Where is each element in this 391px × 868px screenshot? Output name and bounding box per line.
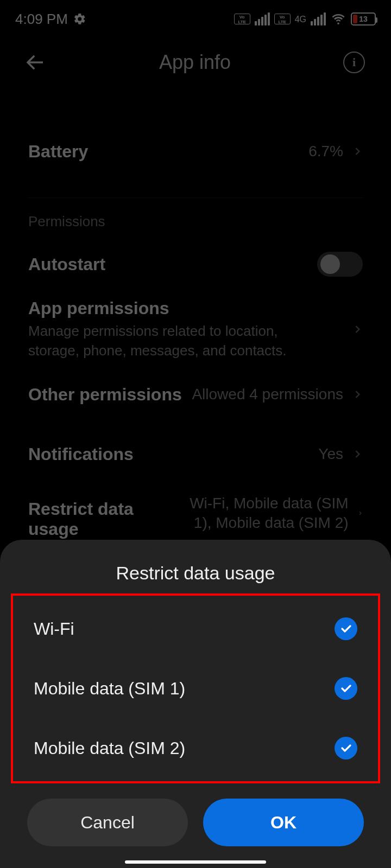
volte-icon-2: VoLTE	[274, 14, 291, 24]
checkmark-icon	[335, 737, 357, 760]
divider	[28, 197, 363, 198]
volte-icon-1: VoLTE	[234, 14, 250, 24]
network-type: 4G	[295, 16, 306, 22]
wifi-icon	[330, 12, 346, 25]
page-title: App info	[159, 51, 231, 74]
status-time: 4:09 PM	[15, 11, 68, 28]
restrict-label: Restrict data usage	[28, 494, 184, 539]
restrict-value: Wi-Fi, Mobile data (SIM 1), Mobile data …	[184, 494, 349, 533]
chevron-right-icon	[352, 322, 363, 337]
chevron-right-icon	[352, 446, 363, 462]
battery-label: Battery	[28, 142, 88, 162]
row-battery[interactable]: Battery 6.7%	[28, 122, 363, 181]
option-sim1[interactable]: Mobile data (SIM 1)	[17, 659, 374, 718]
section-title-permissions: Permissions	[28, 198, 363, 234]
notifications-value: Yes	[318, 445, 343, 463]
restrict-options-highlight: Wi-Fi Mobile data (SIM 1) Mobile data (S…	[11, 593, 380, 783]
info-icon[interactable]: i	[343, 52, 365, 73]
cancel-button[interactable]: Cancel	[27, 799, 188, 846]
checkmark-icon	[335, 617, 357, 640]
gear-icon	[73, 12, 86, 25]
app-permissions-label: App permissions	[28, 298, 311, 318]
option-wifi-label: Wi-Fi	[34, 619, 74, 639]
chevron-right-icon	[352, 387, 363, 402]
status-left: 4:09 PM	[15, 11, 86, 28]
sheet-title: Restrict data usage	[0, 563, 391, 584]
option-wifi[interactable]: Wi-Fi	[17, 599, 374, 659]
battery-value: 6.7%	[308, 143, 343, 160]
autostart-label: Autostart	[28, 254, 105, 275]
sheet-buttons: Cancel OK	[0, 783, 391, 846]
checkmark-icon	[335, 677, 357, 700]
battery-percent: 13	[352, 15, 375, 23]
option-sim1-label: Mobile data (SIM 1)	[34, 679, 185, 699]
row-autostart[interactable]: Autostart	[28, 234, 363, 294]
app-bar: App info i	[0, 38, 391, 87]
background-screen: 4:09 PM VoLTE VoLTE 4G 13 App info i Bat…	[0, 0, 391, 544]
back-arrow-icon[interactable]	[24, 51, 47, 74]
signal-bars-1-icon	[255, 12, 270, 25]
row-restrict-data[interactable]: Restrict data usage Wi-Fi, Mobile data (…	[28, 484, 363, 544]
chevron-right-icon	[357, 506, 363, 521]
home-indicator[interactable]	[125, 860, 266, 864]
content: Battery 6.7% Permissions Autostart App p…	[0, 122, 391, 544]
autostart-toggle[interactable]	[317, 252, 363, 277]
option-sim2-label: Mobile data (SIM 2)	[34, 738, 185, 758]
bottom-sheet-restrict-data: Restrict data usage Wi-Fi Mobile data (S…	[0, 540, 391, 868]
chevron-right-icon	[352, 144, 363, 159]
battery-icon: 13	[351, 12, 376, 25]
other-permissions-label: Other permissions	[28, 385, 182, 405]
row-notifications[interactable]: Notifications Yes	[28, 424, 363, 484]
row-app-permissions[interactable]: App permissions Manage permissions relat…	[28, 294, 363, 365]
app-permissions-desc: Manage permissions related to location, …	[28, 322, 311, 360]
status-bar: 4:09 PM VoLTE VoLTE 4G 13	[0, 0, 391, 38]
ok-button[interactable]: OK	[203, 799, 364, 846]
other-permissions-value: Allowed 4 permissions	[192, 386, 343, 403]
notifications-label: Notifications	[28, 444, 134, 464]
row-other-permissions[interactable]: Other permissions Allowed 4 permissions	[28, 365, 363, 424]
status-right: VoLTE VoLTE 4G 13	[234, 12, 376, 25]
option-sim2[interactable]: Mobile data (SIM 2)	[17, 718, 374, 778]
signal-bars-2-icon	[311, 12, 326, 25]
